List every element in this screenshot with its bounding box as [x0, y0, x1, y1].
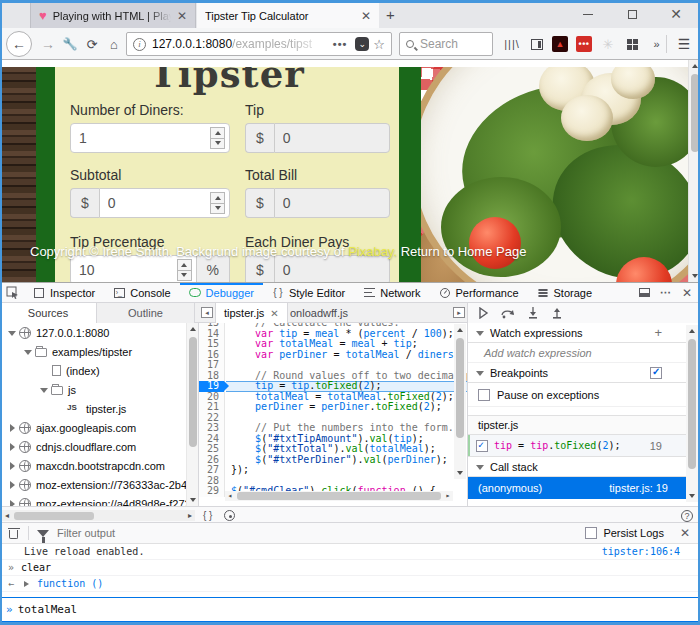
- reload-button[interactable]: ⟳: [82, 31, 102, 57]
- call-stack-frame[interactable]: (anonymous) tipster.js: 19: [468, 477, 700, 499]
- scroll-down-arrow[interactable]: [454, 467, 466, 479]
- disabled-extension-icon[interactable]: ✳: [600, 36, 616, 52]
- code-line[interactable]: });: [226, 465, 467, 476]
- tree-item[interactable]: examples/tipster: [0, 342, 198, 361]
- breakpoints-header[interactable]: Breakpoints: [468, 363, 700, 383]
- pocket-icon[interactable]: ⌄: [355, 37, 369, 51]
- tab-console[interactable]: ›_Console: [104, 283, 179, 303]
- add-watch-expression-input[interactable]: Add watch expression: [468, 343, 700, 363]
- filter-output-input[interactable]: Filter output: [57, 527, 115, 539]
- help-icon[interactable]: ?: [681, 508, 693, 523]
- chevron-right-icon[interactable]: [8, 424, 16, 432]
- expand-panel-icon[interactable]: ▸: [453, 307, 465, 318]
- console-input[interactable]: [18, 603, 699, 616]
- chevron-down-icon[interactable]: [40, 386, 48, 394]
- new-tab-button[interactable]: +: [386, 6, 395, 23]
- pixabay-link[interactable]: Pixabay.: [348, 244, 397, 259]
- tab-sources[interactable]: Sources: [0, 303, 97, 323]
- line-number[interactable]: 27: [199, 465, 224, 476]
- lastpass-extension-icon[interactable]: •••: [576, 36, 592, 52]
- tab-storage[interactable]: Storage: [528, 283, 602, 303]
- chevron-right-icon[interactable]: [8, 481, 16, 489]
- number-spinner[interactable]: [210, 127, 225, 149]
- console-close-icon[interactable]: ✕: [680, 526, 690, 540]
- tree-item[interactable]: cdnjs.cloudflare.com: [0, 437, 198, 456]
- number-spinner[interactable]: [177, 259, 192, 281]
- home-page-link[interactable]: Return to Home Page: [397, 244, 526, 259]
- acrobat-extension-icon[interactable]: ▲: [552, 36, 568, 52]
- close-source-tab-icon[interactable]: ✕: [270, 308, 278, 319]
- library-icon[interactable]: |||\: [504, 36, 520, 52]
- scrollbar-thumb[interactable]: [456, 338, 464, 438]
- devtools-menu-icon[interactable]: ⋯: [660, 286, 672, 299]
- line-number[interactable]: 23: [199, 423, 224, 434]
- breakpoint-entry[interactable]: tip = tip.toFixed(2); 19: [468, 435, 700, 457]
- tab-performance[interactable]: Performance: [430, 283, 528, 303]
- search-bar[interactable]: Search: [399, 32, 493, 56]
- log-row[interactable]: Live reload enabled. tipster:106:4: [0, 544, 700, 560]
- line-number[interactable]: 21: [199, 402, 224, 413]
- line-number[interactable]: 25: [199, 444, 224, 455]
- tab-close-icon[interactable]: ✕: [177, 9, 187, 23]
- tab-outline[interactable]: Outline: [97, 303, 195, 323]
- line-number[interactable]: 15: [199, 339, 224, 350]
- tab-inspector[interactable]: Inspector: [24, 283, 104, 303]
- tab-close-icon[interactable]: ✕: [361, 9, 371, 23]
- tree-horizontal-scrollbar[interactable]: ◂▸: [2, 510, 195, 521]
- command-row[interactable]: » clear: [0, 560, 700, 576]
- line-number[interactable]: 17: [199, 360, 224, 371]
- call-stack-header[interactable]: Call stack: [468, 457, 700, 477]
- code-lines[interactable]: // Calculate the values. var tip = meal …: [226, 323, 467, 497]
- overflow-chevron-icon[interactable]: »: [648, 36, 664, 52]
- scroll-down-arrow[interactable]: [187, 494, 199, 506]
- tree-item[interactable]: JStipster.js: [0, 399, 198, 418]
- screenshot-grid-icon[interactable]: [624, 36, 640, 52]
- line-number[interactable]: 29: [199, 486, 224, 497]
- step-in-button[interactable]: [527, 307, 539, 319]
- total-bill-input[interactable]: [274, 188, 390, 218]
- sidebar-toggle-icon[interactable]: [529, 36, 545, 52]
- tree-item[interactable]: ajax.googleapis.com: [0, 418, 198, 437]
- breakpoint-source-file[interactable]: tipster.js: [468, 415, 700, 435]
- scroll-up-arrow[interactable]: [686, 325, 698, 337]
- page-actions-icon[interactable]: •••: [333, 38, 348, 50]
- dock-to-bottom-icon[interactable]: [639, 288, 650, 297]
- tip-input[interactable]: [274, 123, 390, 153]
- tree-item[interactable]: js: [0, 380, 198, 399]
- line-number-gutter[interactable]: 1314151617181920212223242526272829: [199, 323, 225, 497]
- home-button[interactable]: ⌂: [104, 31, 124, 57]
- console-input-row[interactable]: »: [0, 597, 700, 622]
- pretty-print-icon[interactable]: { }: [203, 508, 212, 523]
- log-source-link[interactable]: tipster:106:4: [602, 546, 680, 557]
- tab-network[interactable]: Network: [354, 283, 429, 303]
- code-line[interactable]: $("#txtPerDiner").val(perDiner);: [226, 455, 467, 466]
- code-line[interactable]: perDiner = perDiner.toFixed(2);: [226, 402, 467, 413]
- editor-horizontal-scrollbar[interactable]: ◂▸: [225, 491, 453, 501]
- persist-logs-checkbox[interactable]: [585, 527, 597, 539]
- scrollbar-thumb[interactable]: [189, 337, 197, 447]
- tree-item[interactable]: moz-extension://a4d89d8e-f272-4b1e: [0, 494, 198, 506]
- number-spinner[interactable]: [210, 192, 225, 214]
- chevron-down-icon[interactable]: [24, 348, 32, 356]
- tree-item[interactable]: (index): [0, 361, 198, 380]
- watch-expressions-header[interactable]: Watch expressions +: [468, 323, 700, 343]
- diners-input[interactable]: [70, 123, 230, 153]
- developer-wrench-icon[interactable]: 🔧: [60, 31, 80, 57]
- tab-playing-with-html[interactable]: ♥ Playing with HTML | Playing wi ✕: [30, 3, 196, 28]
- tree-item[interactable]: maxcdn.bootstrapcdn.com: [0, 456, 198, 475]
- clear-console-icon[interactable]: [8, 527, 20, 540]
- step-over-button[interactable]: [501, 307, 515, 319]
- window-maximize-button[interactable]: [612, 0, 652, 28]
- chevron-down-icon[interactable]: [8, 329, 16, 337]
- pause-on-exceptions-row[interactable]: Pause on exceptions: [468, 383, 700, 407]
- source-tab-onloadwff-js[interactable]: onloadwff.js: [282, 303, 356, 323]
- tab-style-editor[interactable]: { }Style Editor: [263, 283, 354, 303]
- each-diner-pays-input[interactable]: [274, 255, 390, 282]
- scroll-up-arrow[interactable]: [187, 323, 199, 335]
- result-row[interactable]: ← function (): [0, 576, 700, 592]
- window-close-button[interactable]: ✕: [656, 0, 696, 28]
- breakpoints-enabled-checkbox[interactable]: [650, 367, 662, 379]
- tree-item[interactable]: 127.0.0.1:8080: [0, 323, 198, 342]
- step-out-button[interactable]: [551, 307, 563, 319]
- expand-triangle-icon[interactable]: [24, 581, 29, 587]
